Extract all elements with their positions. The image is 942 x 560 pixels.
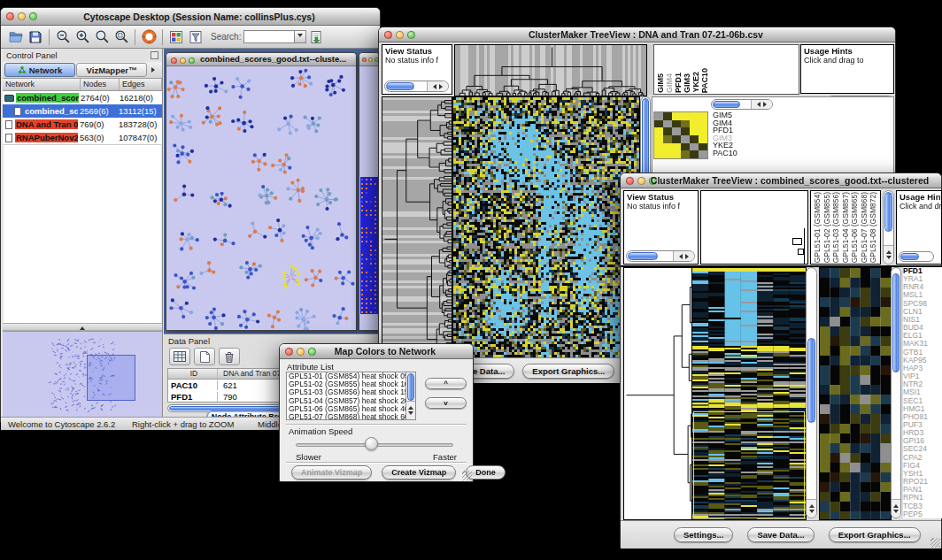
splitter[interactable] xyxy=(647,44,653,95)
dialog-title-bar[interactable]: Map Colors to Network xyxy=(280,344,473,359)
matrix-cell[interactable] xyxy=(672,150,681,158)
scrollbar-thumb[interactable] xyxy=(628,252,658,260)
matrix-cell[interactable] xyxy=(654,112,663,120)
matrix-cell[interactable] xyxy=(699,127,707,135)
close-button[interactable] xyxy=(362,58,367,62)
resize-grip[interactable] xyxy=(462,471,472,480)
similarity-matrix-heatmap[interactable] xyxy=(653,111,708,159)
network-graph-view[interactable] xyxy=(166,66,356,330)
matrix-cell[interactable] xyxy=(672,135,681,143)
close-button[interactable] xyxy=(626,177,634,185)
column-label[interactable]: GPL51-08 (GSM872) xyxy=(869,192,878,263)
treeview-action-button[interactable]: Export Graphics... xyxy=(522,364,614,379)
scroll-right-icon[interactable] xyxy=(439,84,445,89)
column-label[interactable]: GPL51-07 (GSM868) xyxy=(860,192,869,263)
scroll-right-icon[interactable] xyxy=(763,102,769,107)
scrollbar-thumb[interactable] xyxy=(884,192,892,232)
float-panel-icon[interactable] xyxy=(151,51,158,59)
matrix-cell[interactable] xyxy=(690,135,699,143)
zoom-window-button[interactable] xyxy=(189,58,195,64)
matrix-cell[interactable] xyxy=(672,143,681,151)
heatmap-vscrollbar[interactable] xyxy=(806,267,817,518)
matrix-cell[interactable] xyxy=(699,135,707,143)
header-network[interactable]: Network xyxy=(3,79,81,90)
open-session-button[interactable] xyxy=(6,27,26,47)
minimize-button[interactable] xyxy=(368,58,373,62)
scroll-left-icon[interactable] xyxy=(676,254,683,259)
matrix-cell[interactable] xyxy=(663,127,672,135)
scroll-up-icon[interactable] xyxy=(809,502,815,508)
attribute-item[interactable]: GPL51-07 (GSM868) heat shock 60 min xyxy=(287,413,415,420)
matrix-cell[interactable] xyxy=(690,150,699,158)
attribute-select-button[interactable] xyxy=(169,348,190,365)
column-label[interactable]: GPL51-06 (GSM865) xyxy=(850,192,860,263)
create-attribute-button[interactable] xyxy=(194,348,215,365)
scrollbar-thumb[interactable] xyxy=(807,338,815,423)
hscrollbar[interactable] xyxy=(626,250,695,262)
matrix-cell[interactable] xyxy=(681,112,690,120)
dialog-action-button[interactable]: Animate Vizmap xyxy=(291,465,372,479)
scrollbar-thumb[interactable] xyxy=(407,373,414,401)
slider-thumb[interactable] xyxy=(365,437,378,450)
column-label[interactable]: GPL51-02 (GSM855) xyxy=(822,192,832,263)
tab-vizmapper[interactable]: VizMapper™ xyxy=(76,63,147,77)
close-button[interactable] xyxy=(6,12,14,20)
matrix-cell[interactable] xyxy=(690,143,699,151)
matrix-cell[interactable] xyxy=(654,150,663,158)
network-overview-thumbnail[interactable] xyxy=(3,332,161,417)
treeview1-title-bar[interactable]: ClusterMaker TreeView : DNA and Tran 07-… xyxy=(379,27,895,42)
help-button[interactable] xyxy=(139,27,158,47)
tab-overflow-arrow-icon[interactable] xyxy=(148,67,160,73)
treeview-action-button[interactable]: Save Data... xyxy=(747,527,814,542)
panel-splitter[interactable] xyxy=(3,323,162,331)
main-heatmap[interactable] xyxy=(452,96,640,359)
zoom-heatmap[interactable] xyxy=(819,267,892,520)
listbox-vscrollbar[interactable] xyxy=(405,372,415,419)
network-view-title-bar[interactable]: combined_scores_good.txt--cluste... xyxy=(166,53,356,66)
scroll-up-icon[interactable] xyxy=(408,403,413,410)
network-list-row[interactable]: combined_sco 2569(6) 13112(15) xyxy=(3,104,162,118)
close-button[interactable] xyxy=(285,348,293,356)
column-label[interactable]: GPL51-03 (GSM856) xyxy=(831,192,841,263)
hscrollbar[interactable] xyxy=(711,99,773,110)
treeview-action-button[interactable]: Export Graphics... xyxy=(829,527,921,542)
zoom-out-button[interactable] xyxy=(53,27,73,47)
matrix-cell[interactable] xyxy=(654,127,663,135)
matrix-cell[interactable] xyxy=(690,112,699,120)
matrix-cell[interactable] xyxy=(699,143,707,151)
scrollbar-thumb[interactable] xyxy=(713,101,740,108)
vizmapper-button[interactable] xyxy=(166,27,186,47)
column-label[interactable]: GIM3 xyxy=(683,73,691,93)
column-label[interactable]: PAC10 xyxy=(700,68,709,93)
hscrollbar[interactable] xyxy=(899,251,934,262)
scroll-down-icon[interactable] xyxy=(809,510,815,516)
column-dendrogram[interactable] xyxy=(454,44,647,96)
zoom-in-button[interactable] xyxy=(73,27,92,47)
header-nodes[interactable]: Nodes xyxy=(81,79,120,90)
import-table-button[interactable] xyxy=(306,27,326,47)
matrix-cell[interactable] xyxy=(690,127,699,135)
matrix-cell[interactable] xyxy=(690,120,699,128)
scrollbar-thumb[interactable] xyxy=(900,253,919,260)
column-header-id[interactable]: ID xyxy=(168,369,218,379)
overview-viewport-rect[interactable] xyxy=(87,355,135,401)
matrix-cell[interactable] xyxy=(681,150,690,158)
move-up-button[interactable]: ^ xyxy=(425,378,467,389)
scrollbar-thumb[interactable] xyxy=(386,82,414,90)
matrix-cell[interactable] xyxy=(672,112,681,120)
main-title-bar[interactable]: Cytoscape Desktop (Session Name: collins… xyxy=(1,8,380,26)
vscrollbar[interactable] xyxy=(883,190,894,265)
network-list-row[interactable]: DNA and Tran 07 769(0) 183728(0) xyxy=(3,118,162,131)
dialog-action-button[interactable]: Create Vizmap xyxy=(382,465,456,479)
column-dendrogram[interactable] xyxy=(701,191,807,264)
matrix-cell[interactable] xyxy=(681,135,690,143)
matrix-cell[interactable] xyxy=(663,135,672,143)
matrix-cell[interactable] xyxy=(681,127,690,135)
scroll-right-icon[interactable] xyxy=(685,254,691,259)
row-dendrogram[interactable] xyxy=(382,96,452,359)
zoom-selected-button[interactable] xyxy=(112,27,131,47)
header-edges[interactable]: Edges xyxy=(120,79,162,90)
matrix-cell[interactable] xyxy=(654,135,663,143)
matrix-cell[interactable] xyxy=(681,120,690,128)
main-heatmap[interactable] xyxy=(691,267,807,520)
